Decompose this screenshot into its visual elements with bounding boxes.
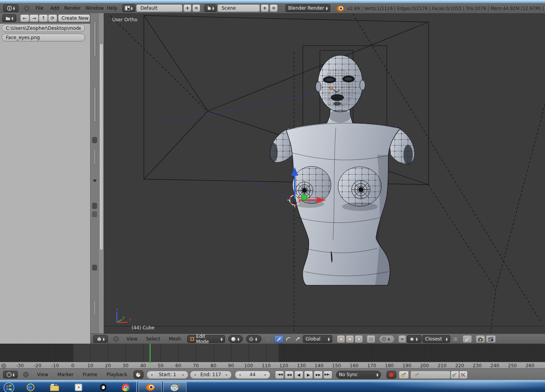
vertex-select-button[interactable] (337, 335, 345, 343)
strip-knob[interactable] (92, 137, 97, 143)
jump-to-end-button[interactable]: ▶▶⏐ (323, 371, 332, 379)
layout-delete-button[interactable]: ✕ (192, 4, 200, 12)
layout-name-field[interactable]: Default (136, 4, 183, 12)
menu-file[interactable]: File (36, 5, 43, 11)
strip-knob[interactable] (92, 211, 97, 217)
timeline-editor-type-button[interactable] (3, 371, 18, 378)
nav-refresh-button[interactable]: ⟳ (48, 14, 57, 22)
auto-keyframe-button[interactable] (386, 371, 396, 379)
file-editor-type-button[interactable] (2, 14, 16, 22)
active-keying-set-field[interactable] (410, 371, 451, 379)
strip-slider[interactable] (93, 21, 96, 56)
strip-slider[interactable] (93, 87, 96, 122)
slider-right-arrow-icon[interactable]: ▸ (183, 373, 184, 377)
scene-name-field[interactable]: Scene (217, 4, 260, 12)
timeline-band[interactable] (0, 344, 545, 362)
sync-mode-dropdown[interactable]: No Sync (336, 371, 381, 379)
frame-end-slider[interactable]: ◂ End: 117 ▸ (190, 371, 232, 379)
nav-forward-button[interactable]: → (29, 14, 39, 22)
slider-right-arrow-icon[interactable]: ▸ (265, 373, 266, 377)
file-list-area[interactable] (0, 43, 90, 344)
snap-peel-button[interactable] (451, 335, 460, 343)
slider-left-arrow-icon[interactable]: ◂ (194, 373, 196, 377)
menu-tl-marker[interactable]: Marker (57, 372, 73, 377)
menu-tl-frame[interactable]: Frame (83, 372, 97, 377)
play-reverse-button[interactable]: ◀ (294, 371, 303, 379)
pivot-dropdown[interactable] (246, 335, 261, 343)
rotate-manipulator-button[interactable] (284, 335, 292, 343)
insert-keyframe-button[interactable] (451, 371, 459, 379)
header-collapse-button[interactable] (24, 6, 29, 11)
menu-select[interactable]: Select (146, 336, 160, 342)
preview-range-toggle-button[interactable] (133, 370, 144, 379)
proportional-edit-dropdown[interactable] (379, 335, 395, 343)
scene-add-button[interactable]: + (261, 4, 269, 12)
keying-set-button[interactable] (399, 371, 409, 379)
mesh-torso-figure[interactable] (269, 55, 415, 285)
opengl-render-anim-button[interactable] (486, 335, 496, 343)
current-frame-field[interactable]: ◂ 44 ▸ (235, 371, 270, 379)
timeline-ruler[interactable]: -30-20-100102030405060708090100110120130… (0, 362, 545, 369)
edge-select-button[interactable] (346, 335, 354, 343)
menu-help[interactable]: Help (107, 5, 117, 11)
manipulate-center-points-button[interactable] (463, 335, 472, 343)
manipulator-toggle-button[interactable] (265, 335, 274, 343)
menu-tl-playback[interactable]: Playback (106, 372, 127, 377)
menu-tl-view[interactable]: View (37, 372, 48, 377)
scrollbar-thumb[interactable] (99, 43, 104, 250)
strip-slider[interactable] (93, 149, 96, 165)
jump-to-start-button[interactable]: ⏐◀◀ (275, 371, 284, 379)
menu-render[interactable]: Render (64, 5, 81, 11)
snap-element-dropdown[interactable] (407, 335, 422, 343)
viewport-3d[interactable]: z y x User Ortho (44) Cube (104, 13, 545, 334)
slider-left-arrow-icon[interactable]: ◂ (239, 373, 241, 377)
shading-dropdown[interactable] (228, 335, 243, 343)
view3d-editor-type-button[interactable] (93, 335, 108, 343)
view3d-collapse-button[interactable] (113, 336, 119, 342)
previous-keyframe-button[interactable]: ◀◀ (285, 371, 294, 379)
scene-delete-button[interactable]: ✕ (270, 4, 278, 12)
taskbar-chrome-button[interactable] (118, 382, 134, 392)
start-button[interactable] (3, 382, 15, 392)
nav-up-button[interactable]: ↑ (39, 14, 48, 22)
taskbar-ie-button[interactable]: e (22, 382, 39, 392)
slider-left-arrow-icon[interactable]: ◂ (151, 373, 152, 377)
taskbar-mediaplayer-button[interactable] (70, 382, 87, 392)
orientation-dropdown[interactable]: Global (303, 335, 332, 343)
scene-icon-button[interactable] (204, 4, 217, 12)
menu-window[interactable]: Window (85, 5, 104, 11)
play-button[interactable]: ▶ (304, 371, 313, 379)
taskbar-explorer-button[interactable] (46, 382, 63, 392)
taskbar-blender-button[interactable] (138, 382, 162, 392)
directory-path-field[interactable]: C:\Users\Zeopher\Desktop\modelo\ (2, 24, 85, 32)
taskbar-paint-button[interactable] (163, 382, 186, 392)
next-keyframe-button[interactable]: ▶▶ (314, 371, 323, 379)
menu-mesh[interactable]: Mesh (169, 336, 181, 342)
render-engine-dropdown[interactable]: Blender Render (285, 4, 330, 12)
strip-slider[interactable] (93, 300, 96, 316)
taskbar-unity-button[interactable] (95, 382, 111, 392)
slider-right-arrow-icon[interactable]: ▸ (226, 373, 227, 377)
current-frame-line[interactable] (150, 344, 150, 362)
screen-layout-icon-button[interactable] (122, 4, 135, 12)
occlude-geometry-button[interactable] (367, 335, 375, 343)
snap-target-dropdown[interactable]: Closest (422, 335, 450, 343)
menu-view[interactable]: View (126, 336, 137, 342)
snap-toggle-button[interactable] (398, 335, 406, 343)
create-new-directory-button[interactable]: Create New Directory (58, 14, 90, 22)
frame-start-slider[interactable]: ◂ Start: 1 ▸ (147, 371, 188, 379)
mode-dropdown[interactable]: Edit Mode (187, 335, 225, 343)
layout-add-button[interactable]: + (183, 4, 191, 12)
timeline-collapse-button[interactable] (23, 372, 29, 377)
strip-knob[interactable] (92, 265, 97, 270)
nav-back-button[interactable]: ← (20, 14, 29, 22)
delete-keyframe-button[interactable] (459, 371, 468, 379)
strip-knob[interactable] (92, 203, 97, 209)
face-select-button[interactable] (355, 335, 363, 343)
opengl-render-button[interactable] (476, 335, 485, 343)
file-browser-scrollbar[interactable] (98, 13, 104, 344)
filename-field[interactable]: Face_eyes.png (2, 34, 85, 41)
menu-add[interactable]: Add (50, 5, 59, 11)
scale-manipulator-button[interactable] (293, 335, 301, 343)
translate-manipulator-button[interactable] (274, 335, 284, 343)
